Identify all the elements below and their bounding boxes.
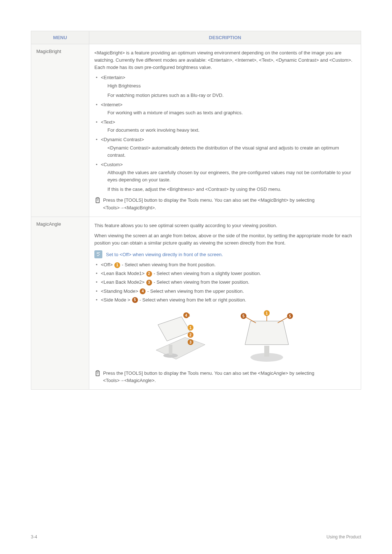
list-item: <Dynamic Contrast> <Dynamic Contrast> au… xyxy=(94,136,356,159)
info-callout: Set to <Off> when viewing directly in fr… xyxy=(94,250,356,258)
svg-text:5: 5 xyxy=(242,314,245,318)
note-text: Press the [TOOLS] button to display the … xyxy=(103,370,356,384)
item-text: High Brightness xyxy=(101,82,356,90)
svg-rect-12 xyxy=(264,346,269,357)
diagram-front-icon: 4 4 1 2 3 xyxy=(151,310,209,365)
list-item: <Standing Mode> 4 - Select when viewing … xyxy=(94,288,356,295)
info-icon xyxy=(94,250,102,258)
info-text: Set to <Off> when viewing directly in fr… xyxy=(106,250,223,258)
menu-cell-magicbright: MagicBright xyxy=(31,44,89,217)
header-menu: MENU xyxy=(31,31,89,44)
diagram-side-icon: 1 5 5 xyxy=(234,310,299,365)
list-item: <Entertain> High Brightness For watching… xyxy=(94,74,356,99)
magicangle-p2: When viewing the screen at an angle from… xyxy=(94,232,356,247)
page-footer: 3-4 Using the Product xyxy=(31,534,361,539)
menu-cell-magicangle: MagicAngle xyxy=(31,217,89,389)
clipboard-icon xyxy=(94,370,101,377)
item-text: Although the values are carefully chosen… xyxy=(101,169,356,184)
description-cell-magicangle: This feature allows you to see optimal s… xyxy=(89,217,361,389)
item-label: <Custom> xyxy=(101,162,123,167)
badge-1-icon: 1 xyxy=(114,262,120,268)
magicangle-p1: This feature allows you to see optimal s… xyxy=(94,222,356,229)
tools-note: Press the [TOOLS] button to display the … xyxy=(94,370,356,384)
list-item: <Custom> Although the values are careful… xyxy=(94,161,356,193)
badge-4-icon: 4 xyxy=(140,288,146,294)
item-text: If this is the case, adjust the <Brightn… xyxy=(101,186,356,193)
footer-left: 3-4 xyxy=(31,534,37,539)
item-text: For watching motion pictures such as a B… xyxy=(101,92,356,99)
opt-pre: <Off> xyxy=(101,262,114,267)
angle-diagrams: 4 4 1 2 3 1 5 5 xyxy=(94,310,356,365)
opt-post: - Select when viewing from the lower pos… xyxy=(152,279,249,285)
description-cell-magicbright: <MagicBright> is a feature providing an … xyxy=(89,44,361,217)
header-description: DESCRIPTION xyxy=(89,31,361,44)
tools-note: Press the [TOOLS] button to display the … xyxy=(94,197,356,211)
opt-pre: <Side Mode > xyxy=(101,297,132,303)
menu-description-table: MENU DESCRIPTION MagicBright <MagicBrigh… xyxy=(31,31,361,390)
table-row: MagicBright <MagicBright> is a feature p… xyxy=(31,44,361,217)
magicbright-intro: <MagicBright> is a feature providing an … xyxy=(94,49,356,71)
item-label: <Text> xyxy=(101,119,115,125)
footer-right: Using the Product xyxy=(327,534,361,539)
svg-text:3: 3 xyxy=(189,340,192,344)
opt-post: - Select when viewing from a slightly lo… xyxy=(152,271,261,276)
opt-post: - Select when viewing from the front pos… xyxy=(121,262,216,267)
opt-pre: <Lean Back Mode2> xyxy=(101,279,146,285)
list-item: <Lean Back Mode2> 3 - Select when viewin… xyxy=(94,279,356,286)
list-item: <Text> For documents or work involving h… xyxy=(94,119,356,134)
svg-text:5: 5 xyxy=(289,314,291,318)
opt-post: - Select when viewing from the upper pos… xyxy=(146,288,244,294)
magicangle-options: <Off> 1 - Select when viewing from the f… xyxy=(94,261,356,304)
badge-2-icon: 2 xyxy=(146,271,152,277)
note-text: Press the [TOOLS] button to display the … xyxy=(103,197,356,211)
svg-text:1: 1 xyxy=(189,326,192,330)
item-text: For documents or work involving heavy te… xyxy=(101,127,356,134)
opt-pre: <Lean Back Mode1> xyxy=(101,271,146,276)
svg-text:1: 1 xyxy=(266,311,268,315)
item-text: For working with a mixture of images suc… xyxy=(101,109,356,116)
opt-pre: <Standing Mode> xyxy=(101,288,139,294)
badge-3-icon: 3 xyxy=(146,280,152,286)
badge-5-icon: 5 xyxy=(132,297,138,303)
list-item: <Internet> For working with a mixture of… xyxy=(94,101,356,116)
item-label: <Dynamic Contrast> xyxy=(101,137,144,142)
svg-text:2: 2 xyxy=(189,333,192,337)
list-item: <Lean Back Mode1> 2 - Select when viewin… xyxy=(94,270,356,277)
magicbright-list: <Entertain> High Brightness For watching… xyxy=(94,74,356,193)
svg-rect-1 xyxy=(169,345,172,355)
item-label: <Entertain> xyxy=(101,75,125,80)
svg-text:4: 4 xyxy=(185,313,187,317)
list-item: <Off> 1 - Select when viewing from the f… xyxy=(94,261,356,268)
table-row: MagicAngle This feature allows you to se… xyxy=(31,217,361,389)
list-item: <Side Mode > 5 - Select when viewing fro… xyxy=(94,296,356,304)
opt-post: - Select when viewing from the left or r… xyxy=(138,297,246,303)
item-text: <Dynamic Contrast> automatically detects… xyxy=(101,144,356,159)
clipboard-icon xyxy=(94,197,101,204)
item-label: <Internet> xyxy=(101,102,122,107)
